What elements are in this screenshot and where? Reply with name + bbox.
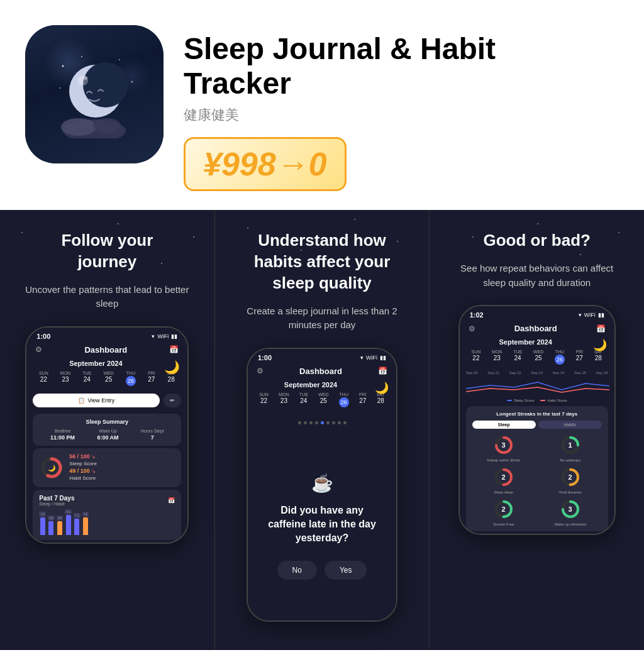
screenshots-section: Follow yourjourney Uncover the patterns … bbox=[0, 210, 644, 650]
settings-icon-2: ⚙ bbox=[257, 367, 264, 375]
panel1-subtitle: Uncover the patterns that lead to better… bbox=[19, 283, 195, 311]
cal-day-fri-1: FRI 27 bbox=[148, 371, 155, 386]
panel3-title: Good or bad? bbox=[483, 230, 590, 251]
dash-header-1: ⚙ Dashboard 📅 bbox=[26, 343, 187, 358]
calendar-icon-1: 📅 bbox=[169, 345, 179, 354]
bar-6: 76 bbox=[82, 512, 89, 535]
streak-grid: 3 Asleep within 30min 1 bbox=[472, 434, 602, 526]
svg-point-12 bbox=[84, 76, 87, 80]
sleep-summary-card: Sleep Summary Bedtime 11:00 PM Wake Up 6… bbox=[33, 414, 181, 446]
phone-screen-1: 1:00 ▾ WiFi ▮▮ ⚙ Dashboard 📅 September 2… bbox=[26, 328, 187, 543]
streak-wake-refreshed: 3 Wake up refreshed bbox=[539, 498, 602, 526]
bar-5: 71 bbox=[74, 513, 80, 535]
status-icons-2: ▾ WiFi ▮▮ bbox=[360, 355, 386, 361]
sleep-summary-title: Sleep Summary bbox=[39, 419, 175, 425]
svg-point-3 bbox=[131, 81, 133, 83]
phone-screen-3: 1:02 ▾ WiFi ▮▮ ⚙ Dashboard 📅 September 2… bbox=[460, 306, 614, 534]
phone-mockup-2: 1:00 ▾ WiFi ▮▮ ⚙ Dashboard 📅 September 2… bbox=[247, 348, 397, 622]
svg-point-0 bbox=[62, 65, 64, 67]
cal-day-tue-1: TUE 24 bbox=[82, 371, 91, 386]
panel2-title: Understand how habits affect your sleep … bbox=[254, 230, 391, 294]
no-button[interactable]: No bbox=[277, 561, 317, 580]
entry-buttons-1: 📋 View Entry ✏ bbox=[26, 390, 187, 411]
streak-screen-free: 2 Screen Free bbox=[472, 498, 535, 526]
dash-title-2: Dashboard bbox=[264, 367, 378, 376]
carousel-dots-2 bbox=[248, 416, 396, 427]
phone-mockup-1: 1:00 ▾ WiFi ▮▮ ⚙ Dashboard 📅 September 2… bbox=[25, 326, 189, 544]
moon-decoration-2: 🌙 bbox=[375, 381, 389, 395]
panel-understand-habits: Understand how habits affect your sleep … bbox=[214, 210, 430, 650]
dash-month-2: September 2024 bbox=[248, 380, 374, 391]
bar-2: 68 bbox=[48, 515, 55, 535]
svg-text:🌙: 🌙 bbox=[48, 464, 56, 472]
bar-1: 76 bbox=[39, 512, 46, 535]
dash-header-3: ⚙ Dashboard 📅 bbox=[460, 321, 614, 337]
calendar-2: SUN 22 MON 23 TUE 24 WED 25 bbox=[248, 391, 396, 411]
phone-screen-2: 1:00 ▾ WiFi ▮▮ ⚙ Dashboard 📅 September 2… bbox=[248, 349, 396, 620]
bar-3: 68 bbox=[57, 515, 64, 535]
panel1-title: Follow yourjourney bbox=[61, 230, 153, 273]
past7-title: Past 7 Days bbox=[39, 495, 74, 502]
caffeine-buttons: No Yes bbox=[277, 561, 367, 580]
dash-title-1: Dashboard bbox=[42, 345, 169, 355]
svg-point-4 bbox=[59, 87, 60, 89]
score-chart bbox=[466, 376, 611, 395]
calendar-1: SUN 22 MON 23 TUE 24 WED 25 bbox=[26, 370, 187, 390]
past7-sub: Sleep / Habit bbox=[39, 502, 74, 506]
tab-habits[interactable]: Habits bbox=[538, 421, 602, 429]
caffeine-question-text: Did you have any caffeine late in the da… bbox=[260, 504, 384, 546]
app-icon bbox=[25, 25, 164, 163]
hours-stat: Hours Slept 7 bbox=[141, 429, 164, 441]
calendar-icon-3: 📅 bbox=[596, 324, 606, 333]
dash-month-1: September 2024 bbox=[26, 358, 165, 370]
moon-decoration-1: 🌙 bbox=[164, 360, 180, 375]
edit-button[interactable]: ✏ bbox=[164, 394, 181, 407]
streak-vivid-dreamer: 2 Vivid dreamer bbox=[539, 466, 602, 494]
status-time-2: 1:00 bbox=[258, 354, 272, 361]
dash-title-3: Dashboard bbox=[475, 324, 596, 333]
streaks-tabs: Sleep Habits bbox=[472, 421, 602, 429]
moon-decoration-3: 🌙 bbox=[593, 338, 607, 352]
status-time-1: 1:00 bbox=[36, 333, 50, 340]
sleep-score-label: Sleep Score bbox=[69, 461, 175, 466]
view-entry-button[interactable]: 📋 View Entry bbox=[33, 394, 160, 407]
sleep-stats: Bedtime 11:00 PM Wake Up 6:00 AM Hours S… bbox=[39, 429, 175, 441]
sleep-donut: 🌙 bbox=[39, 455, 64, 480]
status-icons-1: ▾ WiFi ▮▮ bbox=[152, 333, 177, 339]
app-category: 健康健美 bbox=[184, 106, 619, 124]
app-title: Sleep Journal & Habit Tracker bbox=[184, 31, 619, 101]
settings-icon-1: ⚙ bbox=[35, 345, 42, 354]
calendar-3: SUN 22 MON 23 TUE 24 WED 25 bbox=[460, 348, 614, 368]
wakeup-stat: Wake Up 6:00 AM bbox=[97, 429, 118, 441]
cal-day-wed-1: WED 25 bbox=[104, 371, 114, 386]
past7-section: Past 7 Days Sleep / Habit 📅 76 68 bbox=[33, 490, 181, 540]
bar-4: 81 bbox=[65, 509, 72, 535]
status-time-3: 1:02 bbox=[470, 311, 484, 319]
price-badge[interactable]: ¥998→0 bbox=[184, 137, 347, 191]
svg-point-10 bbox=[83, 62, 128, 107]
past7-header: Past 7 Days Sleep / Habit 📅 bbox=[39, 495, 175, 506]
svg-point-1 bbox=[119, 59, 120, 60]
tab-sleep[interactable]: Sleep bbox=[472, 421, 536, 429]
coffee-emoji: ☕ bbox=[311, 473, 333, 493]
yes-button[interactable]: Yes bbox=[325, 561, 367, 580]
svg-point-8 bbox=[93, 118, 121, 133]
score-section: 🌙 56 / 100 ↘ Sleep Score 49 / 100 ↘ bbox=[33, 448, 181, 487]
cal-day-sun-1: SUN 22 bbox=[39, 371, 48, 386]
chart-section: Sep 20 Sep 21 Sep 22 Sep 23 Sep 24 Sep 2… bbox=[460, 368, 614, 404]
svg-point-7 bbox=[61, 118, 96, 136]
cal-day-thu-1: THU 26 bbox=[126, 371, 136, 386]
streak-no-wakeups: 1 No wakeups bbox=[539, 434, 602, 462]
dash-header-2: ⚙ Dashboard 📅 bbox=[248, 364, 396, 380]
panel-good-or-bad: Good or bad? See how repeat behaviors ca… bbox=[430, 210, 644, 650]
caffeine-question-screen: ☕ Did you have any caffeine late in the … bbox=[248, 432, 396, 620]
bedtime-stat: Bedtime 11:00 PM bbox=[50, 429, 75, 441]
svg-point-2 bbox=[81, 56, 82, 57]
streak-asleep30: 3 Asleep within 30min bbox=[472, 434, 535, 462]
habit-score-label: Habit Score bbox=[69, 475, 175, 481]
panel2-subtitle: Create a sleep journal in less than 2 mi… bbox=[234, 304, 410, 333]
price-display: ¥998→0 bbox=[203, 146, 327, 182]
statusbar-3: 1:02 ▾ WiFi ▮▮ bbox=[460, 306, 614, 321]
settings-icon-3: ⚙ bbox=[469, 324, 475, 333]
panel3-subtitle: See how repeat behaviors can affect slee… bbox=[449, 262, 625, 290]
